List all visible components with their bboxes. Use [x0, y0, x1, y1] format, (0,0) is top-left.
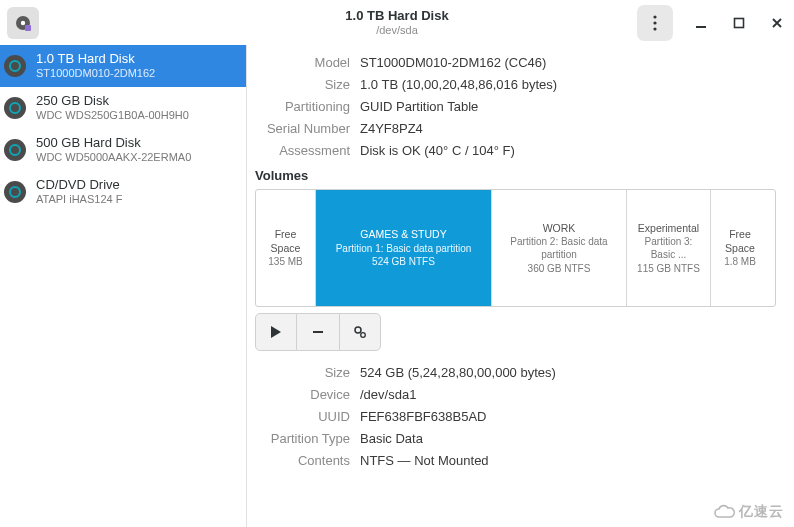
cloud-icon — [713, 504, 735, 520]
vol-size: 524 GB NTFS — [372, 255, 435, 269]
app-menu-button[interactable] — [7, 7, 39, 39]
vol-size: 1.8 MB — [724, 255, 756, 269]
label-device: Device — [255, 387, 350, 402]
volume-segment-4[interactable]: Free Space1.8 MB — [711, 190, 769, 306]
title-main: 1.0 TB Hard Disk — [345, 8, 448, 24]
vol-desc: Partition 3: Basic ... — [631, 235, 706, 262]
svg-point-3 — [653, 15, 656, 18]
vol-name: Free Space — [715, 227, 765, 255]
value-model: ST1000DM010-2DM162 (CC46) — [360, 55, 546, 70]
disk-subtitle: WDC WDS250G1B0A-00H9H0 — [36, 109, 189, 123]
hard-disk-icon — [4, 55, 26, 77]
minimize-icon — [695, 17, 707, 29]
svg-point-1 — [21, 20, 25, 24]
disk-title: 250 GB Disk — [36, 93, 189, 109]
hard-disk-icon — [4, 97, 26, 119]
delete-partition-button[interactable] — [297, 313, 339, 351]
minus-icon — [311, 325, 325, 339]
drive-options-button[interactable] — [637, 5, 673, 41]
vol-name: Free Space — [260, 227, 311, 255]
label-serial: Serial Number — [255, 121, 350, 136]
value-assessment: Disk is OK (40° C / 104° F) — [360, 143, 515, 158]
close-icon — [771, 17, 783, 29]
vol-size: 360 GB NTFS — [528, 262, 591, 276]
value-psize: 524 GB (5,24,28,80,00,000 bytes) — [360, 365, 556, 380]
mount-button[interactable] — [255, 313, 297, 351]
volume-segment-2[interactable]: WORKPartition 2: Basic data partition360… — [492, 190, 627, 306]
hard-disk-icon — [4, 139, 26, 161]
label-assessment: Assessment — [255, 143, 350, 158]
partition-options-button[interactable] — [339, 313, 381, 351]
vol-size: 135 MB — [268, 255, 302, 269]
volume-segment-0[interactable]: Free Space135 MB — [256, 190, 316, 306]
gears-icon — [352, 324, 368, 340]
svg-point-5 — [653, 27, 656, 30]
disk-subtitle: ATAPI iHAS124 F — [36, 193, 122, 207]
vol-size: 115 GB NTFS — [637, 262, 700, 276]
window-title: 1.0 TB Hard Disk /dev/sda — [345, 8, 448, 37]
value-device: /dev/sda1 — [360, 387, 416, 402]
disk-title: 1.0 TB Hard Disk — [36, 51, 155, 67]
vol-name: GAMES & STUDY — [360, 227, 446, 241]
kebab-icon — [653, 15, 657, 31]
value-uuid: FEF638FBF638B5AD — [360, 409, 486, 424]
svg-rect-2 — [25, 25, 31, 31]
value-serial: Z4YF8PZ4 — [360, 121, 423, 136]
sidebar-item-disk-1[interactable]: 250 GB Disk WDC WDS250G1B0A-00H9H0 — [0, 87, 246, 129]
svg-point-9 — [355, 327, 361, 333]
sidebar-item-disk-2[interactable]: 500 GB Hard Disk WDC WD5000AAKX-22ERMA0 — [0, 129, 246, 171]
volume-segment-1[interactable]: GAMES & STUDYPartition 1: Basic data par… — [316, 190, 492, 306]
svg-rect-8 — [313, 331, 323, 333]
disk-subtitle: ST1000DM010-2DM162 — [36, 67, 155, 81]
volume-toolbar — [255, 313, 776, 351]
volume-bar: Free Space135 MBGAMES & STUDYPartition 1… — [255, 189, 776, 307]
vol-desc: Partition 2: Basic data partition — [496, 235, 622, 262]
volumes-heading: Volumes — [255, 168, 776, 183]
label-uuid: UUID — [255, 409, 350, 424]
sidebar-item-disk-3[interactable]: CD/DVD Drive ATAPI iHAS124 F — [0, 171, 246, 213]
play-icon — [270, 325, 282, 339]
optical-disk-icon — [4, 181, 26, 203]
value-partitioning: GUID Partition Table — [360, 99, 478, 114]
label-model: Model — [255, 55, 350, 70]
title-sub: /dev/sda — [345, 24, 448, 37]
value-contents: NTFS — Not Mounted — [360, 453, 489, 468]
close-button[interactable] — [767, 13, 787, 33]
vol-name: WORK — [543, 221, 576, 235]
label-ptype: Partition Type — [255, 431, 350, 446]
disk-title: 500 GB Hard Disk — [36, 135, 191, 151]
disk-detail-pane: ModelST1000DM010-2DM162 (CC46) Size1.0 T… — [247, 45, 794, 527]
disk-subtitle: WDC WD5000AAKX-22ERMA0 — [36, 151, 191, 165]
label-partitioning: Partitioning — [255, 99, 350, 114]
disk-title: CD/DVD Drive — [36, 177, 122, 193]
label-size: Size — [255, 77, 350, 92]
vol-name: Experimental — [638, 221, 699, 235]
maximize-icon — [733, 17, 745, 29]
titlebar: 1.0 TB Hard Disk /dev/sda — [0, 0, 794, 45]
vol-desc: Partition 1: Basic data partition — [336, 242, 472, 256]
svg-point-10 — [361, 333, 366, 338]
sidebar-item-disk-0[interactable]: 1.0 TB Hard Disk ST1000DM010-2DM162 — [0, 45, 246, 87]
value-size: 1.0 TB (10,00,20,48,86,016 bytes) — [360, 77, 557, 92]
disk-app-icon — [14, 14, 32, 32]
label-contents: Contents — [255, 453, 350, 468]
svg-rect-7 — [735, 18, 744, 27]
minimize-button[interactable] — [691, 13, 711, 33]
svg-rect-6 — [696, 26, 706, 28]
disk-sidebar: 1.0 TB Hard Disk ST1000DM010-2DM162 250 … — [0, 45, 247, 527]
volume-segment-3[interactable]: ExperimentalPartition 3: Basic ...115 GB… — [627, 190, 711, 306]
label-psize: Size — [255, 365, 350, 380]
maximize-button[interactable] — [729, 13, 749, 33]
value-ptype: Basic Data — [360, 431, 423, 446]
watermark: 亿速云 — [713, 503, 784, 521]
svg-point-4 — [653, 21, 656, 24]
